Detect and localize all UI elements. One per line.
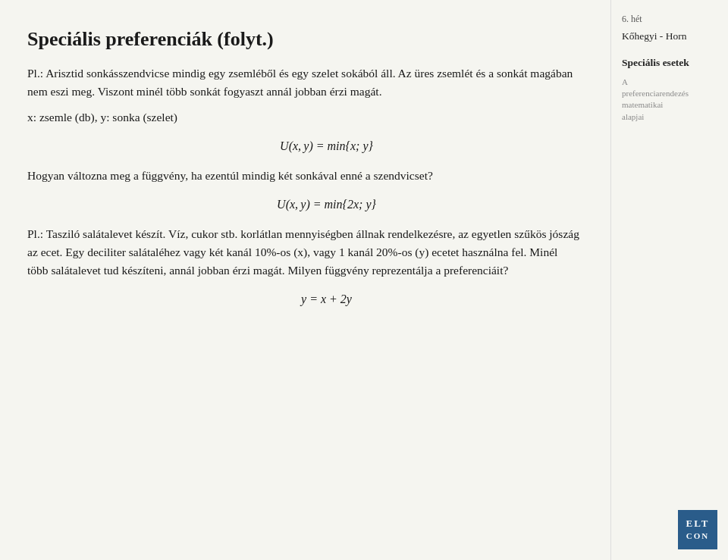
formula-1-display: U(x, y) = min{x; y} <box>73 137 580 156</box>
elte-logo: ELT CON <box>622 502 717 549</box>
formula-2-display: U(x, y) = min{2x; y} <box>73 196 580 214</box>
logo-elt-text: ELT <box>686 518 710 530</box>
sidebar-subtitle: A preferenciarendezés matematikai alapja… <box>622 77 717 124</box>
formula-3-display: y = x + 2y <box>73 290 580 309</box>
slide-number: 6. hét <box>622 14 717 25</box>
formula-2: U(x, y) = min{2x; y} <box>277 198 376 211</box>
slide-title: Speciális preferenciák (folyt.) <box>27 27 580 51</box>
main-content: Speciális preferenciák (folyt.) Pl.: Ari… <box>0 0 610 560</box>
formula-3: y = x + 2y <box>301 293 352 305</box>
logo-con-text: CON <box>686 530 709 541</box>
section-title: Speciális esetek <box>622 57 717 69</box>
logo-box: ELT CON <box>678 510 717 549</box>
paragraph-2: Hogyan változna meg a függvény, ha ezent… <box>27 167 580 185</box>
instructor-name: Kőhegyi - Horn <box>622 30 717 43</box>
paragraph-1: Pl.: Arisztid sonkásszendvicse mindig eg… <box>27 64 580 101</box>
sidebar: 6. hét Kőhegyi - Horn Speciális esetek A… <box>610 0 728 560</box>
paragraph-3: Pl.: Tasziló salátalevet készít. Víz, cu… <box>27 225 580 280</box>
formula-1: U(x, y) = min{x; y} <box>280 139 373 152</box>
xy-label: x: zsemle (db), y: sonka (szelet) <box>27 108 580 127</box>
